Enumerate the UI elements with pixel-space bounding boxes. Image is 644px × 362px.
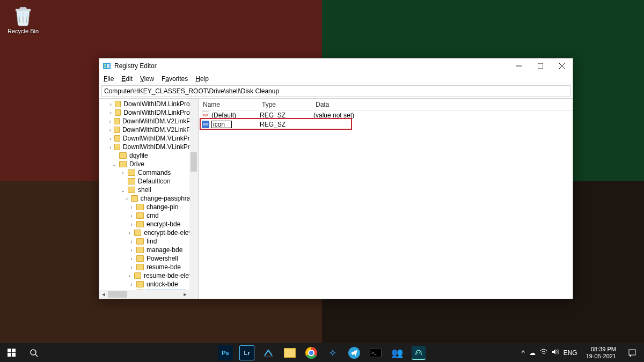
taskbar-app-lightroom[interactable]: Lr [236, 343, 258, 362]
menu-favorites[interactable]: Favorites [162, 75, 188, 83]
tree-item[interactable]: ›DownlWithIDM.LinkProcessor [99, 108, 190, 117]
desktop-icon-recycle-bin[interactable]: Recycle Bin [4, 4, 42, 34]
search-icon [30, 349, 38, 357]
menu-edit[interactable]: Edit [121, 75, 133, 83]
maximize-button[interactable] [530, 58, 551, 73]
expand-icon[interactable]: › [108, 101, 113, 107]
folder-icon [136, 281, 144, 287]
expand-icon[interactable]: › [128, 239, 135, 245]
folder-icon [134, 230, 141, 236]
expand-icon[interactable]: › [128, 204, 135, 210]
taskbar-app-explorer[interactable] [279, 343, 301, 362]
clock-date: 19-05-2021 [586, 353, 616, 360]
tree-item[interactable]: ⌄shell [99, 186, 190, 194]
tree-item[interactable]: ⌄Drive [99, 160, 190, 168]
tree-item[interactable]: DefaultIcon [99, 177, 190, 186]
tree-item[interactable]: ›manage-bde [99, 246, 190, 254]
tree-item[interactable]: ›cmd [99, 211, 190, 220]
tree-item-label: change-pin [145, 203, 179, 211]
folder-icon [114, 144, 120, 150]
taskbar-app-chrome[interactable] [301, 343, 322, 362]
expand-icon[interactable]: › [108, 119, 113, 124]
tray-onedrive-icon[interactable]: ☁ [529, 349, 536, 357]
tree-item[interactable]: ›DownlWithIDM.V2LinkProcessor [99, 117, 190, 125]
scrollbar-thumb[interactable] [108, 291, 127, 298]
scrollbar-thumb[interactable] [191, 152, 197, 172]
expand-icon[interactable]: › [120, 170, 126, 176]
registry-editor-window: Registry Editor File Edit View Favorites… [99, 58, 573, 299]
column-name[interactable]: Name [199, 101, 258, 108]
notification-icon [628, 349, 636, 357]
tray-language[interactable]: ENG [564, 349, 577, 357]
tray-wifi-icon[interactable] [540, 349, 547, 357]
expand-icon[interactable]: › [128, 213, 135, 219]
tree-item[interactable]: ›encrypt-bde [99, 220, 190, 228]
expand-icon[interactable]: › [108, 110, 113, 116]
value-row[interactable]: ab(Default)REG_SZ(value not set) [199, 110, 573, 120]
minimize-button[interactable] [508, 58, 530, 73]
expand-icon[interactable]: ⌄ [120, 187, 126, 193]
expand-icon[interactable]: › [128, 282, 135, 287]
expand-icon[interactable]: › [126, 273, 132, 279]
tree-item-label: DownlWithIDM.LinkProcessor [122, 109, 190, 116]
column-type[interactable]: Type [258, 101, 311, 108]
taskbar-app-photoshop[interactable]: Ps [215, 343, 236, 362]
tree-item[interactable]: ›DownlWithIDM.V2LinkProcessor [99, 125, 190, 134]
menu-view[interactable]: View [140, 75, 154, 83]
svg-rect-3 [104, 67, 106, 68]
column-data[interactable]: Data [311, 101, 573, 108]
tree-item[interactable]: ›encrypt-bde-elev [99, 228, 190, 237]
taskbar-app-generic[interactable] [258, 343, 279, 362]
scroll-right-icon[interactable]: ► [181, 292, 189, 297]
scroll-left-icon[interactable]: ◄ [99, 292, 108, 297]
clock-time: 08:39 PM [586, 346, 616, 353]
folder-icon [136, 264, 144, 270]
tree-item[interactable]: ›change-pin [99, 203, 190, 211]
expand-icon[interactable]: › [128, 247, 135, 253]
tree-item[interactable]: ›DownlWithIDM.VLinkProcessor [99, 134, 190, 143]
expand-icon[interactable]: ⌄ [111, 161, 118, 167]
tree-item[interactable]: ›unlock-bde [99, 280, 190, 289]
expand-icon[interactable]: › [108, 127, 113, 133]
tray-volume-icon[interactable] [552, 349, 559, 357]
taskbar-app-terminal[interactable]: >_ [365, 343, 386, 362]
tree-item[interactable]: ›Commands [99, 168, 190, 177]
taskbar: Ps Lr ⟡ >_ 👥 ^ ☁ ENG 08:39 PM 19-05-2021 [0, 343, 644, 362]
tree-item[interactable]: ›DownlWithIDM.VLinkProcessor [99, 143, 190, 151]
search-button[interactable] [23, 343, 45, 362]
expand-icon[interactable]: › [108, 144, 113, 150]
expand-icon[interactable]: › [128, 264, 135, 270]
vertical-scrollbar[interactable] [189, 99, 198, 299]
titlebar[interactable]: Registry Editor [99, 58, 573, 73]
close-button[interactable] [551, 58, 573, 73]
expand-icon[interactable]: › [128, 221, 135, 227]
address-bar[interactable]: Computer\HKEY_CLASSES_ROOT\Drive\shell\D… [101, 85, 570, 97]
taskbar-clock[interactable]: 08:39 PM 19-05-2021 [583, 344, 619, 362]
tree-item[interactable]: ›DownlWithIDM.LinkProcessor [99, 100, 190, 108]
tray-chevron-up-icon[interactable]: ^ [522, 349, 525, 357]
start-button[interactable] [0, 343, 23, 362]
tree-item[interactable]: ›change-passphrase [99, 194, 190, 203]
expand-icon[interactable]: › [124, 196, 129, 202]
taskbar-app-active[interactable] [408, 343, 429, 362]
expand-icon[interactable]: › [108, 136, 113, 142]
taskbar-app-telegram[interactable] [343, 343, 365, 362]
value-data: (value not set) [313, 112, 573, 119]
maximize-icon [538, 63, 543, 69]
notifications-button[interactable] [625, 343, 640, 362]
value-name-edit[interactable] [211, 121, 232, 128]
tree-item[interactable]: dqyfile [99, 151, 190, 160]
expand-icon[interactable]: › [128, 256, 135, 262]
tree-item[interactable]: ›resume-bde [99, 263, 190, 271]
taskbar-app-teams[interactable]: 👥 [386, 343, 408, 362]
menu-file[interactable]: File [104, 75, 114, 83]
tree-item[interactable]: ›find [99, 237, 190, 246]
menu-help[interactable]: Help [195, 75, 209, 83]
horizontal-scrollbar[interactable]: ◄ ► [99, 290, 189, 299]
taskbar-app-vscode[interactable]: ⟡ [322, 343, 343, 362]
desktop-icon-label: Recycle Bin [4, 28, 42, 34]
tree-item[interactable]: ›resume-bde-elev [99, 271, 190, 280]
value-row[interactable]: abREG_SZ [199, 120, 573, 129]
expand-icon[interactable]: › [127, 230, 133, 236]
tree-item[interactable]: ›Powershell [99, 254, 190, 263]
